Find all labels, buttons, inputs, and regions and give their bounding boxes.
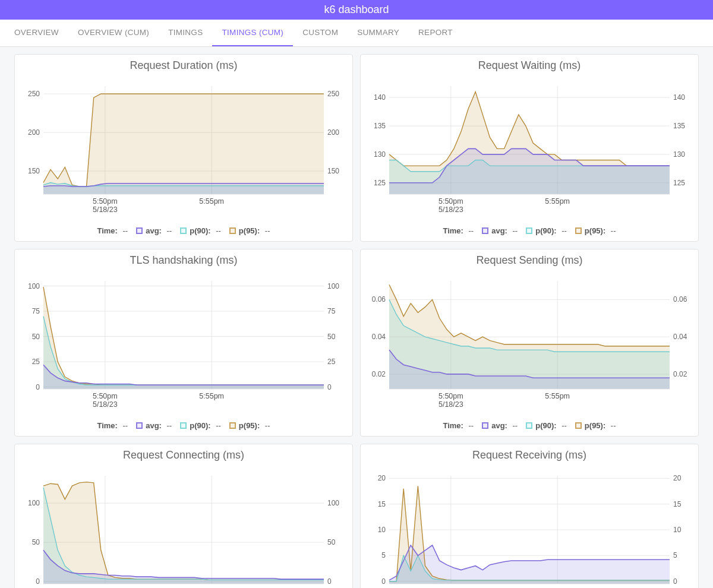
swatch-p90-icon bbox=[180, 227, 187, 234]
svg-text:135: 135 bbox=[374, 122, 386, 130]
chart-title: Request Waiting (ms) bbox=[363, 59, 696, 72]
tab-overview[interactable]: OVERVIEW bbox=[5, 20, 68, 46]
svg-text:125: 125 bbox=[673, 179, 685, 187]
tab-custom[interactable]: CUSTOM bbox=[293, 20, 348, 46]
chart-plot[interactable]: 5:50pm5/18/235:55pm 050100050100 bbox=[17, 464, 350, 588]
chart-plot[interactable]: 5:50pm5/18/235:55pm 0510152005101520 bbox=[363, 464, 696, 588]
svg-text:5/18/23: 5/18/23 bbox=[438, 400, 463, 409]
legend-time: Time: -- bbox=[443, 421, 474, 430]
swatch-p95-icon bbox=[229, 422, 236, 429]
chart-card-request-duration: Request Duration (ms) 5:50pm5/18/235:55p… bbox=[14, 54, 353, 242]
svg-text:0: 0 bbox=[36, 383, 40, 391]
tab-timings-cum-[interactable]: TIMINGS (CUM) bbox=[212, 20, 293, 46]
chart-card-tls-handshaking: TLS handshaking (ms) 5:50pm5/18/235:55pm… bbox=[14, 249, 353, 437]
svg-text:140: 140 bbox=[673, 93, 685, 102]
swatch-p95-icon bbox=[575, 227, 582, 234]
svg-text:140: 140 bbox=[374, 93, 386, 102]
swatch-p90-icon bbox=[526, 227, 532, 234]
svg-text:0.02: 0.02 bbox=[372, 370, 386, 378]
svg-text:5/18/23: 5/18/23 bbox=[438, 206, 463, 214]
svg-text:5/18/23: 5/18/23 bbox=[93, 206, 118, 214]
chart-card-request-connecting: Request Connecting (ms) 5:50pm5/18/235:5… bbox=[14, 444, 353, 588]
svg-text:100: 100 bbox=[28, 499, 40, 507]
svg-text:0: 0 bbox=[673, 577, 677, 586]
svg-text:0.04: 0.04 bbox=[673, 333, 687, 341]
chart-title: TLS handshaking (ms) bbox=[17, 254, 350, 267]
legend-avg: avg: -- bbox=[136, 226, 172, 235]
svg-text:200: 200 bbox=[327, 128, 339, 137]
tab-summary[interactable]: SUMMARY bbox=[348, 20, 409, 46]
legend-avg: avg: -- bbox=[136, 421, 172, 430]
chart-grid: Request Duration (ms) 5:50pm5/18/235:55p… bbox=[0, 47, 713, 588]
svg-text:130: 130 bbox=[374, 150, 386, 159]
svg-text:0.06: 0.06 bbox=[372, 295, 386, 304]
svg-text:5:55pm: 5:55pm bbox=[545, 392, 570, 400]
legend-p90: p(90): -- bbox=[180, 226, 221, 235]
svg-text:20: 20 bbox=[378, 474, 386, 482]
svg-text:150: 150 bbox=[28, 167, 40, 175]
svg-text:250: 250 bbox=[28, 90, 40, 98]
chart-plot[interactable]: 5:50pm5/18/235:55pm 12513013514012513013… bbox=[363, 74, 696, 223]
svg-text:25: 25 bbox=[327, 358, 336, 366]
tab-bar: OVERVIEWOVERVIEW (CUM)TIMINGSTIMINGS (CU… bbox=[0, 20, 713, 47]
chart-card-request-waiting: Request Waiting (ms) 5:50pm5/18/235:55pm… bbox=[360, 54, 699, 242]
chart-plot[interactable]: 5:50pm5/18/235:55pm 02550751000255075100 bbox=[17, 269, 350, 418]
legend-time: Time: -- bbox=[97, 421, 128, 430]
legend-p95: p(95): -- bbox=[575, 421, 616, 430]
swatch-avg-icon bbox=[136, 422, 143, 429]
chart-title: Request Duration (ms) bbox=[17, 59, 350, 72]
svg-text:5/18/23: 5/18/23 bbox=[93, 400, 118, 409]
svg-text:5:50pm: 5:50pm bbox=[93, 197, 118, 206]
chart-legend: Time: -- avg: -- p(90): -- p(95): -- bbox=[17, 226, 350, 235]
swatch-avg-icon bbox=[136, 227, 143, 234]
svg-text:75: 75 bbox=[32, 307, 40, 315]
svg-text:50: 50 bbox=[327, 333, 336, 341]
legend-time: Time: -- bbox=[443, 226, 474, 235]
svg-text:15: 15 bbox=[673, 500, 682, 508]
svg-text:0: 0 bbox=[327, 383, 332, 391]
svg-text:5:50pm: 5:50pm bbox=[438, 392, 463, 400]
tab-report[interactable]: REPORT bbox=[409, 20, 462, 46]
svg-text:5:50pm: 5:50pm bbox=[93, 392, 118, 400]
svg-text:20: 20 bbox=[673, 474, 682, 482]
svg-text:5:50pm: 5:50pm bbox=[438, 197, 463, 206]
app-header: k6 dashboard bbox=[0, 0, 713, 20]
svg-text:5:55pm: 5:55pm bbox=[545, 197, 570, 206]
swatch-p90-icon bbox=[526, 422, 532, 429]
svg-text:125: 125 bbox=[374, 179, 386, 187]
svg-text:25: 25 bbox=[32, 358, 40, 366]
svg-text:0: 0 bbox=[36, 577, 40, 586]
swatch-p95-icon bbox=[575, 422, 582, 429]
svg-text:0: 0 bbox=[327, 577, 332, 586]
chart-card-request-receiving: Request Receiving (ms) 5:50pm5/18/235:55… bbox=[360, 444, 699, 588]
svg-text:100: 100 bbox=[327, 282, 339, 290]
legend-p95: p(95): -- bbox=[575, 226, 616, 235]
svg-text:100: 100 bbox=[28, 282, 40, 290]
chart-title: Request Receiving (ms) bbox=[363, 449, 696, 461]
tab-overview-cum-[interactable]: OVERVIEW (CUM) bbox=[68, 20, 159, 46]
svg-text:0.02: 0.02 bbox=[673, 370, 687, 378]
chart-plot[interactable]: 5:50pm5/18/235:55pm 0.020.040.060.020.04… bbox=[363, 269, 696, 418]
svg-text:0: 0 bbox=[381, 577, 386, 586]
swatch-p95-icon bbox=[229, 227, 236, 234]
svg-text:50: 50 bbox=[32, 538, 40, 546]
chart-legend: Time: -- avg: -- p(90): -- p(95): -- bbox=[363, 421, 696, 430]
chart-plot[interactable]: 5:50pm5/18/235:55pm 150200250150200250 bbox=[17, 74, 350, 223]
svg-text:135: 135 bbox=[673, 122, 685, 130]
chart-title: Request Connecting (ms) bbox=[17, 449, 350, 461]
chart-legend: Time: -- avg: -- p(90): -- p(95): -- bbox=[17, 421, 350, 430]
svg-text:250: 250 bbox=[327, 90, 339, 98]
svg-text:0.06: 0.06 bbox=[673, 295, 687, 304]
svg-text:10: 10 bbox=[378, 526, 386, 534]
svg-text:5:55pm: 5:55pm bbox=[199, 392, 224, 400]
chart-legend: Time: -- avg: -- p(90): -- p(95): -- bbox=[363, 226, 696, 235]
svg-text:10: 10 bbox=[673, 526, 682, 534]
svg-text:5:55pm: 5:55pm bbox=[199, 197, 224, 206]
svg-text:5: 5 bbox=[673, 551, 677, 559]
tab-timings[interactable]: TIMINGS bbox=[159, 20, 212, 46]
swatch-avg-icon bbox=[482, 227, 488, 234]
legend-time: Time: -- bbox=[97, 226, 128, 235]
legend-p90: p(90): -- bbox=[180, 421, 221, 430]
legend-avg: avg: -- bbox=[482, 226, 518, 235]
chart-card-request-sending: Request Sending (ms) 5:50pm5/18/235:55pm… bbox=[360, 249, 699, 437]
